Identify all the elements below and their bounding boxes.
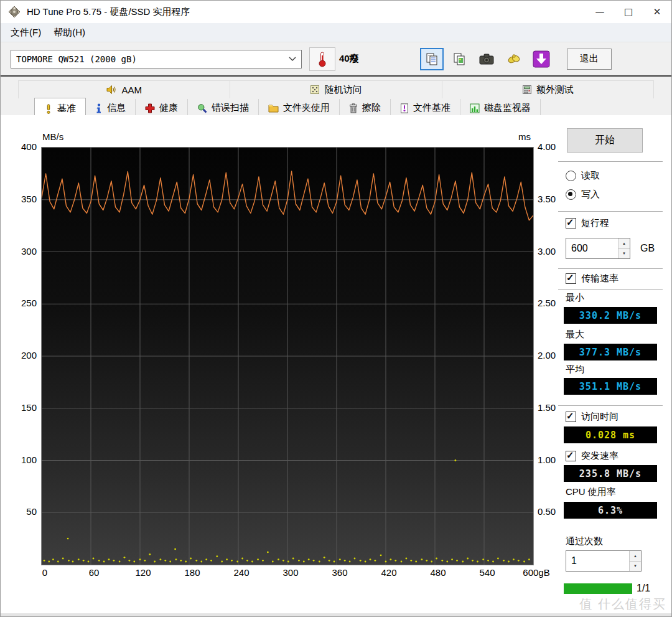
spinner-up-button[interactable]: ▲	[630, 551, 641, 562]
spinner-up-button[interactable]: ▲	[618, 238, 630, 249]
axis-tick-label: 3.00	[538, 246, 556, 257]
chevron-down-icon	[289, 57, 296, 62]
temperature-button[interactable]	[309, 47, 335, 71]
axis-tick-label: 4.00	[538, 141, 556, 152]
short-stroke-checkbox[interactable]	[566, 218, 576, 228]
burst-rate-checkbox[interactable]	[566, 451, 576, 461]
dice-icon	[310, 85, 320, 95]
axis-tick-label: 350	[9, 194, 37, 204]
app-icon	[8, 6, 21, 18]
benchmark-plot	[41, 147, 534, 565]
file-exclamation-icon	[400, 103, 409, 113]
short-stroke-row[interactable]: 短行程	[566, 217, 609, 229]
axis-tick-label: 1.50	[538, 402, 556, 413]
copy-image-button[interactable]	[447, 48, 471, 70]
min-label: 最小	[566, 292, 584, 304]
progress-bar	[564, 583, 632, 594]
separator	[558, 211, 663, 212]
pass-count-spinner[interactable]: 1 ▲ ▼	[566, 550, 642, 572]
transfer-rate-label: 传输速率	[581, 273, 618, 285]
window-title: HD Tune Pro 5.75 - 硬盘/SSD 实用程序	[27, 6, 586, 18]
short-stroke-spinner[interactable]: 600 ▲ ▼	[566, 238, 630, 259]
health-cross-icon	[145, 103, 155, 113]
tab-random-access[interactable]: 随机访问	[230, 81, 442, 98]
copy-text-button[interactable]	[420, 48, 444, 70]
transfer-rate-row[interactable]: 传输速率	[566, 273, 618, 285]
side-panel: 开始 读取 写入 短行程 600 ▲ ▼ GB	[561, 115, 665, 613]
separator	[558, 161, 663, 162]
axis-tick-label: 180	[176, 567, 208, 578]
short-stroke-value: 600	[566, 238, 618, 258]
tab-benchmark-label: 基准	[57, 103, 76, 115]
radio-write-row[interactable]: 写入	[566, 189, 600, 200]
axis-tick-label: 50	[9, 506, 37, 517]
exit-button[interactable]: 退出	[567, 49, 612, 70]
menu-help[interactable]: 帮助(H)	[47, 24, 91, 41]
temperature-value: 40癈	[339, 53, 359, 65]
download-arrow-icon	[533, 50, 550, 68]
spinner-down-button[interactable]: ▼	[630, 562, 641, 572]
spinner-down-button[interactable]: ▼	[618, 249, 630, 259]
axis-tick-label: 60	[78, 567, 110, 578]
separator	[558, 405, 663, 407]
max-value-display: 377.3 MB/s	[564, 344, 657, 360]
trash-icon	[349, 103, 358, 113]
radio-write-label: 写入	[581, 189, 600, 200]
separator	[558, 289, 663, 290]
folder-icon	[268, 103, 279, 113]
axis-tick-label: 600gB	[520, 567, 553, 578]
cpu-usage-display: 6.3%	[564, 502, 657, 519]
tab-folder-usage-label: 文件夹使用	[283, 102, 330, 114]
tab-file-benchmark-label: 文件基准	[413, 102, 450, 114]
bottom-edge	[1, 613, 671, 616]
transfer-rate-checkbox[interactable]	[566, 273, 576, 284]
access-time-row[interactable]: 访问时间	[566, 411, 618, 423]
tab-health-label: 健康	[159, 102, 178, 114]
tab-aam-label: AAM	[121, 85, 142, 95]
separator	[558, 268, 663, 270]
burst-rate-display: 235.8 MB/s	[564, 465, 657, 482]
donate-button[interactable]	[502, 48, 526, 70]
axis-tick-label: 360	[324, 567, 356, 578]
toolbar: TOPMORE QW521 (2000 gB) 40癈	[1, 42, 671, 77]
minimize-button[interactable]: —	[586, 1, 614, 22]
tab-info-label: 信息	[107, 102, 126, 114]
right-axis-unit: ms	[518, 131, 531, 142]
min-value-display: 330.2 MB/s	[564, 307, 657, 324]
axis-tick-label: 300	[274, 567, 307, 578]
radio-read-row[interactable]: 读取	[566, 170, 600, 182]
tab-extra-tests-label: 额外测试	[536, 84, 574, 96]
avg-label: 平均	[566, 364, 584, 375]
thermometer-icon	[316, 51, 329, 67]
close-button[interactable]: ✕	[643, 1, 671, 22]
maximize-button[interactable]: □	[614, 1, 643, 22]
start-button[interactable]: 开始	[567, 128, 643, 153]
radio-read-label: 读取	[581, 170, 600, 182]
access-time-checkbox[interactable]	[566, 412, 576, 422]
left-axis-unit: MB/s	[42, 131, 63, 142]
tab-extra-tests[interactable]: 额外测试	[442, 81, 653, 98]
menu-file[interactable]: 文件(F)	[4, 24, 47, 41]
radio-write[interactable]	[566, 189, 576, 200]
tab-erase-label: 擦除	[362, 102, 381, 114]
camera-icon	[479, 53, 494, 65]
axis-tick-label: 250	[9, 298, 37, 308]
update-button[interactable]	[530, 48, 553, 70]
radio-read[interactable]	[566, 171, 576, 181]
axis-tick-label: 120	[127, 567, 159, 578]
exclamation-icon	[44, 104, 53, 114]
screenshot-button[interactable]	[475, 48, 498, 70]
info-icon	[95, 103, 103, 113]
toolbar-buttons	[420, 48, 553, 70]
tab-error-scan-label: 错误扫描	[212, 102, 249, 114]
menu-bar: 文件(F) 帮助(H)	[1, 23, 671, 42]
tab-disk-monitor-label: 磁盘监视器	[484, 102, 531, 114]
access-time-display: 0.028 ms	[564, 426, 657, 443]
tab-aam[interactable]: AAM	[19, 81, 230, 98]
tab-area: AAM 随机访问 额外测试	[1, 80, 671, 118]
axis-tick-label: 400	[9, 141, 37, 152]
drive-select-dropdown[interactable]: TOPMORE QW521 (2000 gB)	[11, 50, 302, 68]
burst-rate-row[interactable]: 突发速率	[566, 450, 618, 462]
axis-tick-label: 540	[471, 567, 503, 578]
magnifier-icon	[197, 103, 207, 113]
